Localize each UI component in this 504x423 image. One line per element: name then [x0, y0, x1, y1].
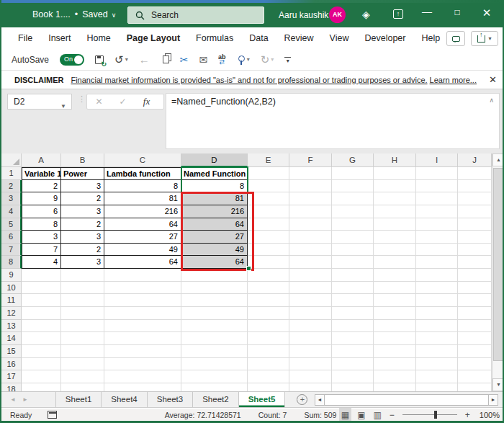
- cell-I14[interactable]: [416, 332, 458, 345]
- column-header-J[interactable]: J: [458, 153, 492, 167]
- cell-A14[interactable]: [22, 332, 61, 345]
- row-header-14[interactable]: 14: [1, 332, 22, 345]
- cancel-icon[interactable]: ✕: [87, 97, 111, 107]
- cell-H3[interactable]: [374, 192, 416, 205]
- scroll-left-icon[interactable]: ◄: [315, 394, 325, 406]
- cell-A16[interactable]: [22, 358, 61, 371]
- horizontal-scroll-thumb[interactable]: [325, 394, 488, 406]
- cell-I18[interactable]: [416, 383, 458, 391]
- row-header-13[interactable]: 13: [1, 320, 22, 333]
- cell-E11[interactable]: [248, 294, 289, 307]
- cell-G8[interactable]: [332, 256, 374, 269]
- select-all-corner[interactable]: [1, 153, 22, 167]
- cell-G12[interactable]: [332, 307, 374, 320]
- cell-B1[interactable]: Power: [61, 167, 104, 180]
- cell-G6[interactable]: [332, 231, 374, 244]
- cell-C17[interactable]: [104, 370, 181, 383]
- menu-tab-data[interactable]: Data: [241, 27, 276, 49]
- disclaimer-close-icon[interactable]: ✕: [489, 74, 497, 85]
- close-button[interactable]: ✕: [480, 6, 494, 19]
- cell-A6[interactable]: 3: [22, 231, 61, 244]
- cell-C10[interactable]: [104, 282, 181, 295]
- prev-sheet-icon[interactable]: ◄: [10, 396, 16, 403]
- cell-A4[interactable]: 6: [22, 205, 61, 218]
- cell-J7[interactable]: [458, 244, 492, 257]
- row-header-15[interactable]: 15: [1, 345, 22, 358]
- cell-F15[interactable]: [289, 345, 332, 358]
- cell-F7[interactable]: [289, 244, 332, 257]
- cell-F17[interactable]: [289, 370, 332, 383]
- cell-G14[interactable]: [332, 332, 374, 345]
- menu-tab-home[interactable]: Home: [78, 27, 118, 49]
- cell-F18[interactable]: [289, 383, 332, 391]
- cell-B6[interactable]: 3: [61, 231, 104, 244]
- column-header-D[interactable]: D: [181, 153, 248, 167]
- save-button[interactable]: [95, 55, 104, 64]
- cell-D12[interactable]: [181, 307, 248, 320]
- cell-A12[interactable]: [22, 307, 61, 320]
- cell-G2[interactable]: [332, 180, 374, 193]
- cell-H5[interactable]: [374, 218, 416, 231]
- cell-F14[interactable]: [289, 332, 332, 345]
- cell-D9[interactable]: [181, 269, 248, 282]
- cell-E4[interactable]: [248, 205, 289, 218]
- zoom-level[interactable]: 100%: [480, 411, 500, 419]
- cell-E10[interactable]: [248, 282, 289, 295]
- cell-J6[interactable]: [458, 231, 492, 244]
- cell-E3[interactable]: [248, 192, 289, 205]
- cell-A17[interactable]: [22, 370, 61, 383]
- cell-D10[interactable]: [181, 282, 248, 295]
- cell-F6[interactable]: [289, 231, 332, 244]
- column-header-I[interactable]: I: [416, 153, 458, 167]
- cell-I2[interactable]: [416, 180, 458, 193]
- cell-D8[interactable]: 64: [181, 256, 248, 269]
- cell-F8[interactable]: [289, 256, 332, 269]
- cell-I4[interactable]: [416, 205, 458, 218]
- cell-E6[interactable]: [248, 231, 289, 244]
- cell-C3[interactable]: 81: [104, 192, 181, 205]
- cell-H6[interactable]: [374, 231, 416, 244]
- cell-A15[interactable]: [22, 345, 61, 358]
- cell-A7[interactable]: 7: [22, 244, 61, 257]
- cell-B15[interactable]: [61, 345, 104, 358]
- collapse-formula-bar-icon[interactable]: ∧: [489, 97, 494, 104]
- cell-A18[interactable]: [22, 383, 61, 391]
- cell-J14[interactable]: [458, 332, 492, 345]
- row-header-11[interactable]: 11: [1, 294, 22, 307]
- scroll-right-icon[interactable]: ►: [488, 394, 498, 406]
- cell-F10[interactable]: [289, 282, 332, 295]
- cell-A11[interactable]: [22, 294, 61, 307]
- cell-H12[interactable]: [374, 307, 416, 320]
- comments-button[interactable]: [446, 31, 465, 46]
- cell-B5[interactable]: 2: [61, 218, 104, 231]
- column-header-F[interactable]: F: [289, 153, 332, 167]
- cell-C1[interactable]: Lambda function: [104, 167, 181, 180]
- cell-G10[interactable]: [332, 282, 374, 295]
- cell-C14[interactable]: [104, 332, 181, 345]
- cell-B10[interactable]: [61, 282, 104, 295]
- zoom-in-button[interactable]: +: [465, 410, 470, 420]
- cell-C18[interactable]: [104, 383, 181, 391]
- redo-button[interactable]: ↻▾: [261, 53, 274, 66]
- cell-F5[interactable]: [289, 218, 332, 231]
- cell-F4[interactable]: [289, 205, 332, 218]
- cut-button[interactable]: ✂: [180, 54, 189, 66]
- cell-J2[interactable]: [458, 180, 492, 193]
- cell-D1[interactable]: Named Function: [181, 167, 248, 180]
- cell-I10[interactable]: [416, 282, 458, 295]
- normal-view-icon[interactable]: ▦: [341, 410, 349, 420]
- row-header-2[interactable]: 2: [1, 180, 22, 193]
- cell-C15[interactable]: [104, 345, 181, 358]
- cell-D4[interactable]: 216: [181, 205, 248, 218]
- undo-button[interactable]: ↺▾: [114, 53, 128, 66]
- cell-H17[interactable]: [374, 370, 416, 383]
- formula-input[interactable]: =Named_Function(A2,B2) ∧: [166, 93, 500, 149]
- menu-tab-help[interactable]: Help: [413, 27, 448, 49]
- cell-D5[interactable]: 64: [181, 218, 248, 231]
- cell-A2[interactable]: 2: [22, 180, 61, 193]
- cell-G5[interactable]: [332, 218, 374, 231]
- restore-up-icon[interactable]: ↑: [393, 9, 403, 19]
- cell-G13[interactable]: [332, 320, 374, 333]
- scroll-up-icon[interactable]: ▲: [492, 153, 504, 166]
- cell-H7[interactable]: [374, 244, 416, 257]
